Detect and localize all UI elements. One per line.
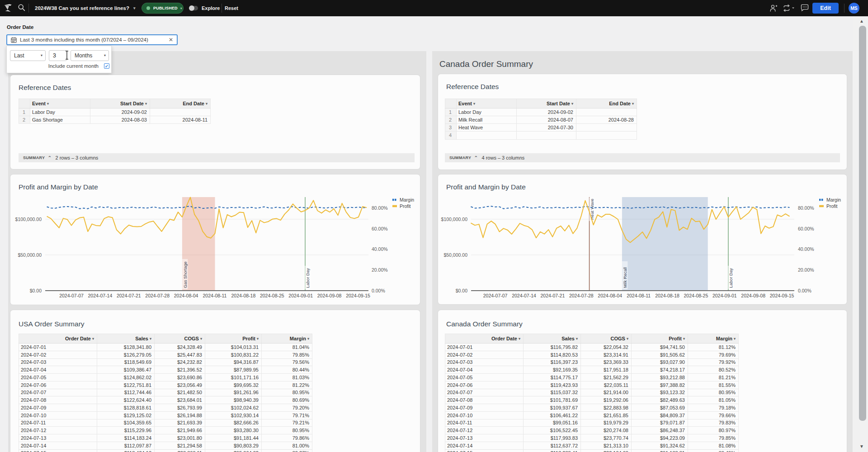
svg-text:80.00%: 80.00%	[798, 205, 814, 211]
svg-text:Margin: Margin	[400, 197, 414, 202]
svg-text:Profit: Profit	[826, 203, 838, 209]
svg-text:2024-09-08: 2024-09-08	[317, 293, 342, 298]
svg-text:Labor Day: Labor Day	[728, 268, 733, 288]
svg-text:2024-08-18: 2024-08-18	[231, 293, 256, 298]
svg-text:80.00%: 80.00%	[372, 205, 388, 211]
svg-text:2024-07-21: 2024-07-21	[541, 293, 565, 298]
svg-text:2024-07-07: 2024-07-07	[59, 293, 84, 298]
svg-text:20.00%: 20.00%	[372, 267, 388, 273]
svg-text:Milk Recall: Milk Recall	[623, 267, 627, 288]
svg-text:$0.00: $0.00	[456, 288, 467, 293]
svg-text:2024-08-18: 2024-08-18	[655, 293, 679, 298]
svg-text:60.00%: 60.00%	[372, 226, 388, 231]
svg-text:$0.00: $0.00	[30, 288, 42, 293]
svg-text:2024-08-04: 2024-08-04	[174, 293, 198, 298]
svg-text:60.00%: 60.00%	[798, 226, 814, 231]
svg-text:2024-07-14: 2024-07-14	[88, 293, 113, 298]
svg-text:2024-07-07: 2024-07-07	[483, 293, 508, 298]
svg-text:Heat Wave: Heat Wave	[590, 198, 594, 220]
svg-text:2024-07-28: 2024-07-28	[145, 293, 170, 298]
svg-text:2024-08-04: 2024-08-04	[598, 293, 622, 298]
svg-text:Profit: Profit	[400, 203, 411, 209]
svg-text:2024-09-15: 2024-09-15	[770, 293, 794, 298]
svg-text:0.00%: 0.00%	[798, 288, 811, 293]
svg-text:40.00%: 40.00%	[372, 246, 388, 252]
svg-text:2024-08-11: 2024-08-11	[627, 293, 651, 298]
svg-text:$50,000.00: $50,000.00	[443, 252, 467, 258]
svg-text:$100,000.00: $100,000.00	[15, 217, 42, 222]
svg-text:2024-07-21: 2024-07-21	[117, 293, 141, 298]
svg-text:2024-07-28: 2024-07-28	[569, 293, 594, 298]
svg-text:0.00%: 0.00%	[372, 288, 385, 293]
svg-text:2024-09-08: 2024-09-08	[741, 293, 765, 298]
svg-text:$100,000.00: $100,000.00	[441, 217, 468, 222]
svg-text:Margin: Margin	[826, 197, 841, 202]
svg-text:2024-08-25: 2024-08-25	[260, 293, 284, 298]
svg-text:$50,000.00: $50,000.00	[18, 252, 42, 258]
svg-text:2024-07-14: 2024-07-14	[512, 293, 536, 298]
svg-text:2024-09-01: 2024-09-01	[288, 293, 313, 298]
svg-text:2024-09-15: 2024-09-15	[346, 293, 370, 298]
svg-text:Labor Day: Labor Day	[305, 268, 310, 288]
svg-text:20.00%: 20.00%	[798, 267, 814, 273]
svg-text:2024-08-11: 2024-08-11	[203, 293, 227, 298]
svg-text:40.00%: 40.00%	[798, 246, 814, 252]
svg-text:Gas Shortage: Gas Shortage	[183, 261, 188, 288]
svg-text:2024-08-25: 2024-08-25	[684, 293, 708, 298]
svg-text:2024-09-01: 2024-09-01	[712, 293, 737, 298]
